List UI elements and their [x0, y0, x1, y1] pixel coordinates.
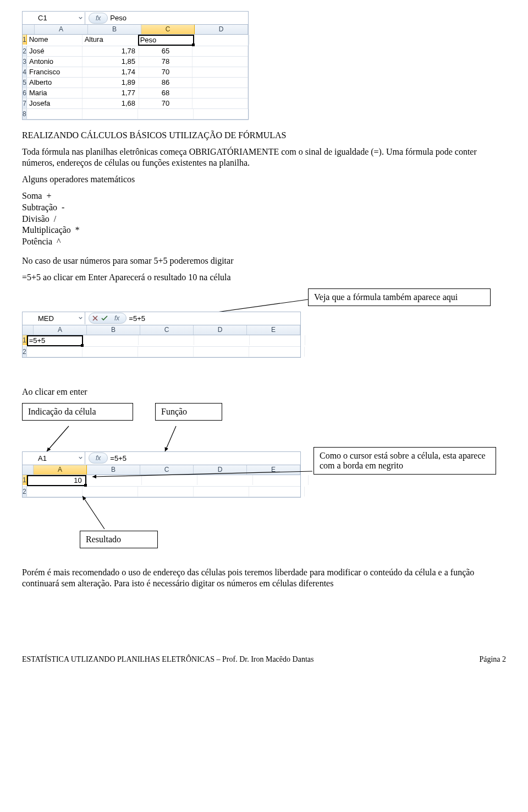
- cell[interactable]: [138, 109, 194, 119]
- table-row: 1 Nome Altura Peso: [23, 35, 248, 46]
- cell[interactable]: Antonio: [27, 57, 82, 67]
- cell[interactable]: 65: [139, 46, 193, 56]
- cell[interactable]: [82, 487, 138, 497]
- cell[interactable]: [249, 347, 305, 357]
- cell[interactable]: [249, 487, 305, 497]
- col-header-c[interactable]: C: [141, 25, 195, 34]
- cell[interactable]: 70: [139, 67, 193, 77]
- cell[interactable]: 86: [139, 78, 193, 88]
- cell[interactable]: 1,74: [82, 67, 139, 77]
- select-all-corner[interactable]: [23, 25, 35, 34]
- col-header-a[interactable]: A: [35, 25, 88, 34]
- cell[interactable]: [194, 109, 249, 119]
- cell[interactable]: Altura: [82, 35, 138, 45]
- cell[interactable]: [82, 109, 138, 119]
- cell[interactable]: [138, 487, 194, 497]
- row-number[interactable]: 5: [23, 78, 27, 88]
- col-header-d[interactable]: D: [195, 25, 248, 34]
- cell[interactable]: [194, 35, 250, 45]
- cell[interactable]: Francisco: [27, 67, 82, 77]
- cell-selected[interactable]: =5+5: [27, 335, 83, 346]
- col-header[interactable]: D: [194, 465, 247, 475]
- cell[interactable]: 1,78: [82, 46, 139, 56]
- cell[interactable]: [193, 67, 248, 77]
- cell[interactable]: [193, 88, 248, 98]
- formula-bar-value[interactable]: =5+5: [108, 454, 127, 462]
- cell[interactable]: [194, 347, 249, 357]
- cell[interactable]: [139, 335, 194, 345]
- row-number[interactable]: 2: [23, 347, 27, 357]
- cell[interactable]: [194, 335, 250, 345]
- cell[interactable]: 1,89: [82, 78, 139, 88]
- svg-line-2: [165, 426, 176, 451]
- cell[interactable]: 78: [139, 57, 193, 67]
- fx-icon[interactable]: fx: [96, 454, 101, 462]
- cell[interactable]: [27, 487, 82, 497]
- col-header-b[interactable]: B: [88, 25, 141, 34]
- row-number[interactable]: 6: [23, 88, 27, 98]
- cell[interactable]: Josefa: [27, 99, 82, 108]
- table-row: 4 Francisco 1,74 70: [23, 67, 248, 78]
- cell[interactable]: [197, 475, 253, 485]
- formula-bar-buttons: fx: [89, 313, 127, 324]
- cell[interactable]: [250, 335, 305, 345]
- cell[interactable]: [193, 99, 248, 108]
- cell[interactable]: [82, 347, 138, 357]
- cell[interactable]: [27, 109, 82, 119]
- name-box[interactable]: A1: [23, 452, 85, 464]
- row-number[interactable]: 8: [23, 109, 27, 119]
- cell[interactable]: [86, 475, 142, 485]
- col-header[interactable]: B: [87, 325, 140, 335]
- col-header[interactable]: A: [34, 325, 87, 335]
- cell[interactable]: [83, 335, 139, 345]
- formula-bar-value[interactable]: =5+5: [127, 314, 145, 323]
- cancel-icon[interactable]: [92, 315, 98, 321]
- cell[interactable]: Nome: [27, 35, 82, 45]
- name-box[interactable]: C1: [23, 12, 85, 24]
- enter-icon[interactable]: [101, 315, 108, 321]
- dropdown-icon: [79, 16, 82, 20]
- row-number[interactable]: 1: [23, 35, 27, 45]
- select-all-corner[interactable]: [23, 465, 34, 475]
- cell[interactable]: [193, 46, 248, 56]
- cell[interactable]: [194, 487, 249, 497]
- col-header[interactable]: C: [140, 465, 194, 475]
- cell[interactable]: [138, 347, 194, 357]
- paragraph: Ao clicar em enter: [22, 386, 506, 397]
- cell[interactable]: 70: [139, 99, 193, 108]
- cell[interactable]: [27, 347, 82, 357]
- row-number[interactable]: 7: [23, 99, 27, 108]
- select-all-corner[interactable]: [23, 325, 34, 335]
- cell[interactable]: José: [27, 46, 82, 56]
- col-header[interactable]: A: [34, 465, 87, 475]
- cell-selected[interactable]: Peso: [138, 35, 194, 46]
- cell[interactable]: Alberto: [27, 78, 82, 88]
- cell-selected[interactable]: 10: [27, 475, 86, 486]
- name-box-value: A1: [38, 454, 47, 462]
- row-number[interactable]: 4: [23, 67, 27, 77]
- cell[interactable]: [142, 475, 197, 485]
- col-header[interactable]: E: [247, 465, 300, 475]
- cell[interactable]: 1,68: [82, 99, 139, 108]
- op-symbol: *: [75, 225, 80, 235]
- col-header[interactable]: E: [247, 325, 300, 335]
- cell[interactable]: [193, 57, 248, 67]
- col-header[interactable]: D: [194, 325, 247, 335]
- cell[interactable]: [193, 78, 248, 88]
- row-number[interactable]: 3: [23, 57, 27, 67]
- row-number[interactable]: 1: [23, 475, 27, 485]
- cell[interactable]: 68: [139, 88, 193, 98]
- row-number[interactable]: 2: [23, 487, 27, 497]
- row-number[interactable]: 1: [23, 335, 27, 345]
- name-box[interactable]: MED: [23, 312, 85, 324]
- col-header[interactable]: B: [87, 465, 140, 475]
- col-header[interactable]: C: [140, 325, 194, 335]
- fx-icon[interactable]: fx: [114, 314, 119, 322]
- cell[interactable]: Maria: [27, 88, 82, 98]
- row-number[interactable]: 2: [23, 46, 27, 56]
- formula-bar-value[interactable]: Peso: [108, 14, 127, 22]
- cell[interactable]: 1,77: [82, 88, 139, 98]
- cell[interactable]: 1,85: [82, 57, 139, 67]
- cell[interactable]: [253, 475, 309, 485]
- fx-icon[interactable]: fx: [96, 14, 101, 22]
